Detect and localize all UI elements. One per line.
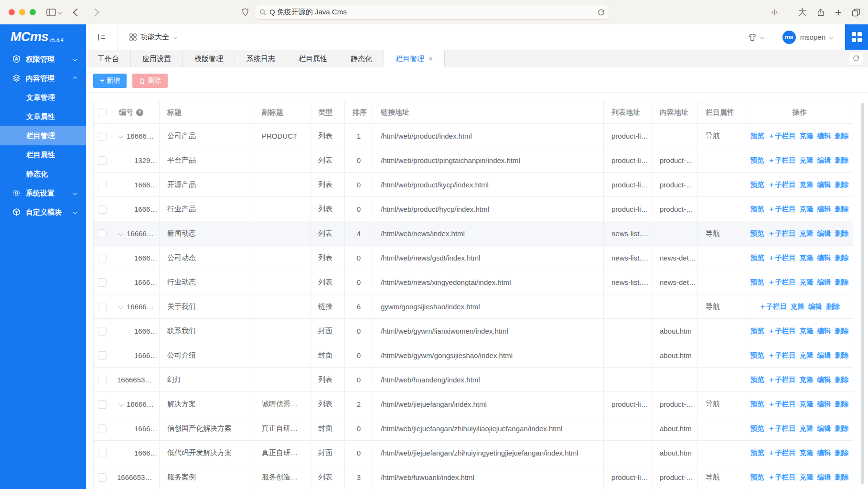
action-link[interactable]: 编辑 bbox=[817, 473, 831, 481]
action-link[interactable]: 克隆 bbox=[800, 376, 814, 383]
action-link[interactable]: 预览 bbox=[750, 229, 764, 237]
collapse-sidebar-button[interactable] bbox=[86, 24, 118, 50]
row-checkbox[interactable] bbox=[98, 376, 107, 384]
action-link[interactable]: 编辑 bbox=[808, 303, 822, 310]
action-link[interactable]: ＋子栏目 bbox=[768, 400, 796, 408]
row-checkbox[interactable] bbox=[98, 351, 107, 360]
table-scrollbar[interactable] bbox=[861, 103, 864, 484]
action-link[interactable]: 编辑 bbox=[817, 205, 831, 213]
action-link[interactable]: 预览 bbox=[750, 278, 764, 286]
row-checkbox[interactable] bbox=[98, 229, 107, 238]
action-link[interactable]: 克隆 bbox=[791, 303, 804, 310]
action-link[interactable]: 删除 bbox=[835, 424, 849, 432]
action-link[interactable]: 编辑 bbox=[817, 376, 831, 383]
action-link[interactable]: 预览 bbox=[750, 400, 764, 408]
action-link[interactable]: 删除 bbox=[835, 278, 849, 286]
action-link[interactable]: 编辑 bbox=[817, 229, 831, 237]
action-link[interactable]: 编辑 bbox=[817, 132, 831, 140]
action-link[interactable]: 克隆 bbox=[800, 278, 814, 286]
privacy-shield-icon[interactable] bbox=[242, 8, 249, 16]
row-checkbox[interactable] bbox=[98, 181, 107, 189]
action-link[interactable]: 预览 bbox=[750, 132, 764, 140]
new-tab-button[interactable]: + bbox=[835, 8, 842, 17]
help-icon[interactable]: ? bbox=[136, 109, 143, 116]
select-all-checkbox[interactable] bbox=[98, 109, 107, 117]
tab-item[interactable]: 栏目属性 bbox=[287, 50, 339, 67]
action-link[interactable]: 预览 bbox=[750, 156, 764, 164]
expand-chevron-icon[interactable] bbox=[118, 230, 123, 236]
add-button[interactable]: + 新增 bbox=[93, 74, 127, 88]
action-link[interactable]: ＋子栏目 bbox=[768, 229, 796, 237]
expand-chevron-icon[interactable] bbox=[118, 133, 123, 138]
action-link[interactable]: 克隆 bbox=[800, 424, 814, 432]
theme-dropdown[interactable] bbox=[748, 33, 763, 42]
action-link[interactable]: 克隆 bbox=[800, 351, 814, 359]
row-checkbox[interactable] bbox=[98, 449, 107, 457]
action-link[interactable]: 克隆 bbox=[800, 449, 814, 456]
row-checkbox[interactable] bbox=[98, 303, 107, 311]
sidebar-item-static-generation[interactable]: 静态化 bbox=[0, 164, 86, 184]
reload-icon[interactable] bbox=[598, 9, 605, 16]
action-link[interactable]: 编辑 bbox=[817, 156, 831, 164]
action-link[interactable]: 克隆 bbox=[800, 156, 814, 164]
row-checkbox[interactable] bbox=[98, 424, 107, 433]
action-link[interactable]: 编辑 bbox=[817, 351, 831, 359]
action-link[interactable]: ＋子栏目 bbox=[768, 254, 796, 261]
action-link[interactable]: 编辑 bbox=[817, 400, 831, 408]
action-link[interactable]: ＋子栏目 bbox=[768, 376, 796, 383]
action-link[interactable]: 克隆 bbox=[800, 181, 814, 188]
action-link[interactable]: ＋子栏目 bbox=[768, 449, 796, 456]
action-link[interactable]: 克隆 bbox=[800, 400, 814, 408]
row-checkbox[interactable] bbox=[98, 156, 107, 165]
row-checkbox[interactable] bbox=[98, 132, 107, 141]
action-link[interactable]: 克隆 bbox=[800, 327, 814, 335]
action-link[interactable]: 预览 bbox=[750, 181, 764, 188]
action-link[interactable]: 删除 bbox=[835, 156, 849, 164]
action-link[interactable]: 删除 bbox=[835, 132, 849, 140]
tab-overview-icon[interactable] bbox=[852, 8, 860, 17]
app-menu-dropdown[interactable]: 功能大全 bbox=[129, 33, 177, 42]
action-link[interactable]: 克隆 bbox=[800, 473, 814, 481]
action-link[interactable]: ＋子栏目 bbox=[759, 303, 787, 310]
text-smaller-button[interactable]: 小 bbox=[772, 8, 778, 17]
row-checkbox[interactable] bbox=[98, 400, 107, 409]
user-menu[interactable]: ms msopen bbox=[782, 31, 833, 44]
sidebar-item-permissions[interactable]: 权限管理 bbox=[0, 50, 86, 69]
row-checkbox[interactable] bbox=[98, 205, 107, 214]
action-link[interactable]: ＋子栏目 bbox=[768, 327, 796, 335]
tab-item[interactable]: 栏目管理× bbox=[384, 50, 445, 67]
action-link[interactable]: 编辑 bbox=[817, 278, 831, 286]
action-link[interactable]: 预览 bbox=[750, 449, 764, 456]
action-link[interactable]: 预览 bbox=[750, 424, 764, 432]
sidebar-item-column-attributes[interactable]: 栏目属性 bbox=[0, 145, 86, 164]
action-link[interactable]: 删除 bbox=[835, 400, 849, 408]
action-link[interactable]: 删除 bbox=[835, 449, 849, 456]
tab-item[interactable]: 模版管理 bbox=[183, 50, 235, 67]
action-link[interactable]: 删除 bbox=[835, 376, 849, 383]
address-bar[interactable]: Q 免疫开源的 Java Cms bbox=[255, 5, 610, 20]
action-link[interactable]: 删除 bbox=[835, 254, 849, 261]
close-window-button[interactable] bbox=[9, 9, 15, 15]
expand-chevron-icon[interactable] bbox=[118, 401, 123, 406]
action-link[interactable]: ＋子栏目 bbox=[768, 351, 796, 359]
sidebar-item-system-settings[interactable]: 系统设置 bbox=[0, 184, 86, 203]
action-link[interactable]: 编辑 bbox=[817, 424, 831, 432]
action-link[interactable]: 预览 bbox=[750, 351, 764, 359]
action-link[interactable]: 删除 bbox=[835, 327, 849, 335]
action-link[interactable]: ＋子栏目 bbox=[768, 181, 796, 188]
tab-item[interactable]: 应用设置 bbox=[131, 50, 183, 67]
action-link[interactable]: 预览 bbox=[750, 254, 764, 261]
sidebar-item-article-management[interactable]: 文章管理 bbox=[0, 88, 86, 107]
action-link[interactable]: 编辑 bbox=[817, 254, 831, 261]
action-link[interactable]: 克隆 bbox=[800, 205, 814, 213]
action-link[interactable]: 编辑 bbox=[817, 449, 831, 456]
action-link[interactable]: ＋子栏目 bbox=[768, 424, 796, 432]
action-link[interactable]: 删除 bbox=[835, 181, 849, 188]
row-checkbox[interactable] bbox=[98, 473, 107, 482]
action-link[interactable]: 克隆 bbox=[800, 132, 814, 140]
action-link[interactable]: 克隆 bbox=[800, 229, 814, 237]
action-link[interactable]: 预览 bbox=[750, 473, 764, 481]
tab-item[interactable]: 系统日志 bbox=[235, 50, 287, 67]
action-link[interactable]: 编辑 bbox=[817, 181, 831, 188]
action-link[interactable]: 删除 bbox=[835, 351, 849, 359]
